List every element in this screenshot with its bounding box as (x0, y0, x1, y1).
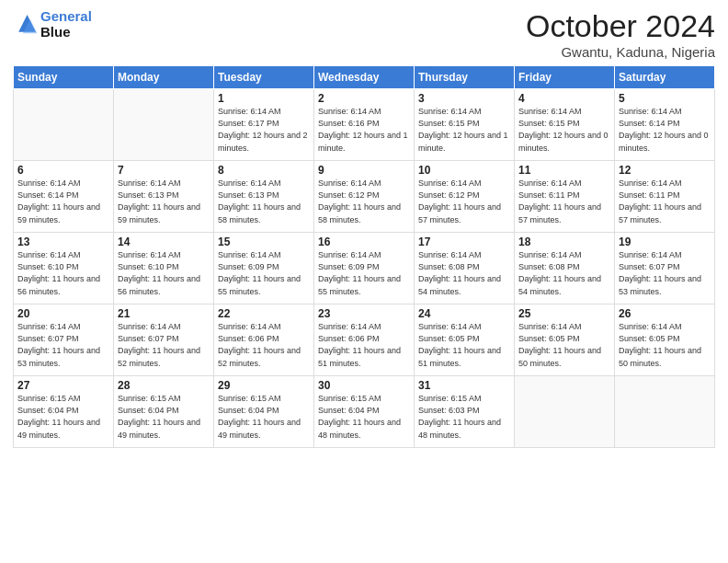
day-number: 5 (619, 92, 711, 105)
day-info: Sunrise: 6:14 AM Sunset: 6:17 PM Dayligh… (218, 106, 310, 154)
day-cell: 12Sunrise: 6:14 AM Sunset: 6:11 PM Dayli… (615, 161, 715, 233)
day-cell: 10Sunrise: 6:14 AM Sunset: 6:12 PM Dayli… (415, 161, 515, 233)
day-info: Sunrise: 6:14 AM Sunset: 6:14 PM Dayligh… (619, 106, 711, 154)
day-cell: 17Sunrise: 6:14 AM Sunset: 6:08 PM Dayli… (415, 233, 515, 304)
day-cell (14, 89, 114, 161)
header-thursday: Thursday (415, 66, 515, 89)
day-number: 2 (318, 92, 410, 105)
day-number: 1 (218, 92, 310, 105)
day-number: 23 (318, 307, 410, 320)
day-cell: 24Sunrise: 6:14 AM Sunset: 6:05 PM Dayli… (415, 304, 515, 376)
day-number: 29 (218, 379, 310, 392)
logo-text: General Blue (40, 9, 92, 40)
day-info: Sunrise: 6:14 AM Sunset: 6:13 PM Dayligh… (118, 178, 210, 225)
header-saturday: Saturday (615, 66, 715, 89)
day-number: 21 (118, 307, 210, 320)
header-friday: Friday (515, 66, 615, 89)
day-info: Sunrise: 6:14 AM Sunset: 6:06 PM Dayligh… (218, 321, 310, 369)
page: General Blue October 2024 Gwantu, Kaduna… (0, 0, 728, 563)
day-info: Sunrise: 6:14 AM Sunset: 6:14 PM Dayligh… (17, 178, 109, 225)
day-number: 3 (418, 92, 510, 105)
week-row-2: 13Sunrise: 6:14 AM Sunset: 6:10 PM Dayli… (14, 233, 715, 304)
day-info: Sunrise: 6:15 AM Sunset: 6:04 PM Dayligh… (318, 393, 410, 441)
day-number: 17 (418, 236, 510, 248)
day-number: 10 (418, 164, 510, 177)
day-number: 15 (218, 236, 310, 248)
day-cell: 7Sunrise: 6:14 AM Sunset: 6:13 PM Daylig… (114, 161, 214, 233)
header: General Blue October 2024 Gwantu, Kaduna… (13, 9, 715, 60)
day-number: 4 (518, 92, 610, 105)
day-number: 20 (17, 307, 109, 320)
day-number: 6 (17, 164, 109, 177)
day-number: 26 (619, 307, 711, 320)
logo-icon (13, 12, 39, 38)
day-number: 19 (619, 236, 711, 248)
day-number: 14 (118, 236, 210, 248)
day-cell: 23Sunrise: 6:14 AM Sunset: 6:06 PM Dayli… (314, 304, 415, 376)
day-info: Sunrise: 6:14 AM Sunset: 6:12 PM Dayligh… (418, 178, 510, 225)
day-info: Sunrise: 6:15 AM Sunset: 6:04 PM Dayligh… (17, 393, 109, 441)
day-cell: 22Sunrise: 6:14 AM Sunset: 6:06 PM Dayli… (214, 304, 314, 376)
day-cell: 25Sunrise: 6:14 AM Sunset: 6:05 PM Dayli… (515, 304, 615, 376)
day-info: Sunrise: 6:14 AM Sunset: 6:07 PM Dayligh… (17, 321, 109, 369)
day-info: Sunrise: 6:14 AM Sunset: 6:05 PM Dayligh… (518, 321, 610, 369)
day-number: 9 (318, 164, 410, 177)
day-info: Sunrise: 6:14 AM Sunset: 6:08 PM Dayligh… (518, 249, 610, 297)
day-cell: 15Sunrise: 6:14 AM Sunset: 6:09 PM Dayli… (214, 233, 314, 304)
day-cell: 3Sunrise: 6:14 AM Sunset: 6:15 PM Daylig… (415, 89, 515, 161)
week-row-3: 20Sunrise: 6:14 AM Sunset: 6:07 PM Dayli… (14, 304, 715, 376)
day-number: 18 (518, 236, 610, 248)
day-number: 8 (218, 164, 310, 177)
day-info: Sunrise: 6:14 AM Sunset: 6:05 PM Dayligh… (418, 321, 510, 369)
day-info: Sunrise: 6:14 AM Sunset: 6:11 PM Dayligh… (619, 178, 711, 225)
day-info: Sunrise: 6:14 AM Sunset: 6:13 PM Dayligh… (218, 178, 310, 225)
week-row-1: 6Sunrise: 6:14 AM Sunset: 6:14 PM Daylig… (14, 161, 715, 233)
day-cell: 28Sunrise: 6:15 AM Sunset: 6:04 PM Dayli… (114, 376, 214, 448)
day-info: Sunrise: 6:14 AM Sunset: 6:05 PM Dayligh… (619, 321, 711, 369)
month-title: October 2024 (526, 9, 715, 43)
header-sunday: Sunday (14, 66, 114, 89)
day-info: Sunrise: 6:14 AM Sunset: 6:10 PM Dayligh… (17, 249, 109, 297)
day-info: Sunrise: 6:14 AM Sunset: 6:10 PM Dayligh… (118, 249, 210, 297)
day-info: Sunrise: 6:14 AM Sunset: 6:11 PM Dayligh… (518, 178, 610, 225)
day-number: 11 (518, 164, 610, 177)
day-cell: 16Sunrise: 6:14 AM Sunset: 6:09 PM Dayli… (314, 233, 415, 304)
day-number: 24 (418, 307, 510, 320)
day-cell: 18Sunrise: 6:14 AM Sunset: 6:08 PM Dayli… (515, 233, 615, 304)
day-cell (515, 376, 615, 448)
day-cell: 9Sunrise: 6:14 AM Sunset: 6:12 PM Daylig… (314, 161, 415, 233)
day-cell: 30Sunrise: 6:15 AM Sunset: 6:04 PM Dayli… (314, 376, 415, 448)
day-info: Sunrise: 6:14 AM Sunset: 6:12 PM Dayligh… (318, 178, 410, 225)
header-wednesday: Wednesday (314, 66, 415, 89)
day-cell: 4Sunrise: 6:14 AM Sunset: 6:15 PM Daylig… (515, 89, 615, 161)
calendar: Sunday Monday Tuesday Wednesday Thursday… (13, 65, 715, 448)
header-tuesday: Tuesday (214, 66, 314, 89)
day-number: 22 (218, 307, 310, 320)
day-info: Sunrise: 6:15 AM Sunset: 6:03 PM Dayligh… (418, 393, 510, 441)
day-cell (615, 376, 715, 448)
day-cell: 31Sunrise: 6:15 AM Sunset: 6:03 PM Dayli… (415, 376, 515, 448)
week-row-0: 1Sunrise: 6:14 AM Sunset: 6:17 PM Daylig… (14, 89, 715, 161)
day-cell: 27Sunrise: 6:15 AM Sunset: 6:04 PM Dayli… (14, 376, 114, 448)
day-cell: 1Sunrise: 6:14 AM Sunset: 6:17 PM Daylig… (214, 89, 314, 161)
day-cell: 14Sunrise: 6:14 AM Sunset: 6:10 PM Dayli… (114, 233, 214, 304)
week-row-4: 27Sunrise: 6:15 AM Sunset: 6:04 PM Dayli… (14, 376, 715, 448)
day-cell: 8Sunrise: 6:14 AM Sunset: 6:13 PM Daylig… (214, 161, 314, 233)
day-cell (114, 89, 214, 161)
day-number: 16 (318, 236, 410, 248)
header-monday: Monday (114, 66, 214, 89)
day-info: Sunrise: 6:14 AM Sunset: 6:07 PM Dayligh… (619, 249, 711, 297)
day-info: Sunrise: 6:14 AM Sunset: 6:15 PM Dayligh… (518, 106, 610, 154)
day-number: 30 (318, 379, 410, 392)
day-info: Sunrise: 6:14 AM Sunset: 6:07 PM Dayligh… (118, 321, 210, 369)
day-number: 27 (17, 379, 109, 392)
day-cell: 20Sunrise: 6:14 AM Sunset: 6:07 PM Dayli… (14, 304, 114, 376)
day-cell: 11Sunrise: 6:14 AM Sunset: 6:11 PM Dayli… (515, 161, 615, 233)
day-info: Sunrise: 6:14 AM Sunset: 6:09 PM Dayligh… (318, 249, 410, 297)
day-info: Sunrise: 6:14 AM Sunset: 6:06 PM Dayligh… (318, 321, 410, 369)
day-info: Sunrise: 6:15 AM Sunset: 6:04 PM Dayligh… (218, 393, 310, 441)
day-number: 28 (118, 379, 210, 392)
day-cell: 6Sunrise: 6:14 AM Sunset: 6:14 PM Daylig… (14, 161, 114, 233)
day-cell: 29Sunrise: 6:15 AM Sunset: 6:04 PM Dayli… (214, 376, 314, 448)
day-info: Sunrise: 6:15 AM Sunset: 6:04 PM Dayligh… (118, 393, 210, 441)
